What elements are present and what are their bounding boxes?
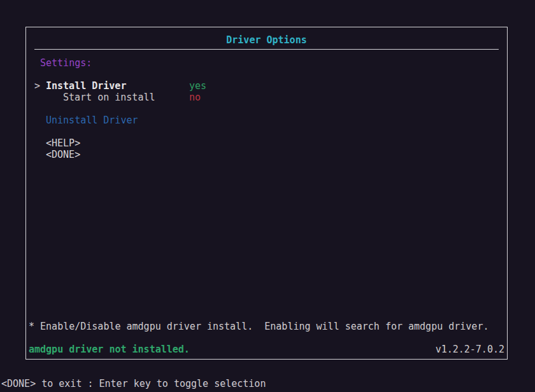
footer-keyboard-hint: <DONE> to exit : Enter key to toggle sel… [1, 378, 266, 389]
title-separator-line [34, 49, 499, 50]
selection-marker: > [34, 80, 40, 92]
dialog-title: Driver Options [26, 34, 507, 46]
menu-item-uninstall-driver[interactable]: Uninstall Driver [46, 115, 138, 126]
start-on-install-value[interactable]: no [189, 92, 201, 103]
menu-item-install-driver[interactable]: Install Driver [46, 80, 126, 92]
menu-item-start-on-install[interactable]: Start on install [63, 92, 155, 103]
terminal-screen: Driver Options Settings: > Install Drive… [0, 0, 535, 392]
version-label: v1.2.2-7.0.2 [436, 344, 504, 355]
item-description-text: * Enable/Disable amdgpu driver install. … [29, 321, 489, 332]
done-button[interactable]: <DONE> [46, 149, 80, 160]
driver-status-text: amdgpu driver not installed. [29, 344, 190, 355]
driver-options-dialog: Driver Options Settings: > Install Drive… [25, 27, 508, 360]
settings-section-header: Settings: [40, 57, 92, 69]
help-button[interactable]: <HELP> [46, 137, 80, 149]
install-driver-value[interactable]: yes [189, 80, 206, 92]
